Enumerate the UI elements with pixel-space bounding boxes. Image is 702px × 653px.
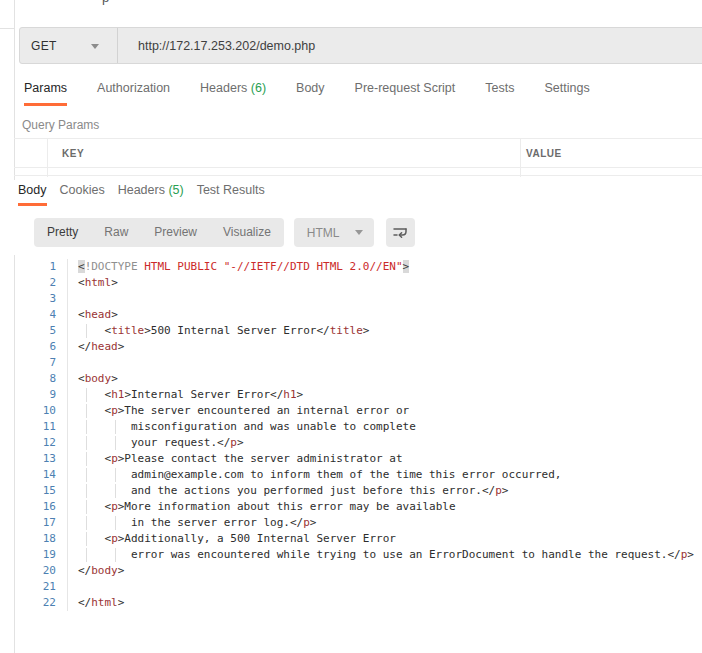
code-line: 12 your request.</p> [0, 435, 702, 451]
code-line: 11 misconfiguration and was unable to co… [0, 419, 702, 435]
code-line: 13 <p>Please contact the server administ… [0, 451, 702, 467]
tab-count-badge: (6) [247, 81, 266, 95]
view-mode-group: PrettyRawPreviewVisualize [34, 218, 284, 247]
request-tab-settings[interactable]: Settings [544, 81, 589, 106]
code-text: <body> [78, 371, 118, 387]
method-dropdown[interactable]: GET [20, 28, 118, 63]
query-params-table: KEY VALUE [14, 138, 702, 177]
line-number: 7 [0, 355, 56, 371]
code-line: 1<!DOCTYPE HTML PUBLIC "-//IETF//DTD HTM… [0, 259, 702, 275]
code-text: <p>More information about this error may… [78, 499, 456, 515]
response-tab-headers[interactable]: Headers (5) [118, 183, 184, 206]
code-text: <p>The server encountered an internal er… [78, 403, 409, 419]
line-number: 21 [0, 579, 56, 595]
line-number: 2 [0, 275, 56, 291]
chevron-down-icon [355, 230, 363, 235]
code-text: </head> [78, 339, 124, 355]
code-text: <head> [78, 307, 118, 323]
request-tabs: ParamsAuthorizationHeaders (6)BodyPre-re… [24, 81, 590, 106]
view-preview-button[interactable]: Preview [141, 218, 210, 247]
tab-label: Tests [485, 81, 514, 95]
format-dropdown[interactable]: HTML [294, 218, 374, 247]
code-line: 22</html> [0, 595, 702, 611]
code-line: 21 [0, 579, 702, 595]
tab-label: Test Results [197, 183, 265, 197]
wrap-text-button[interactable] [386, 218, 415, 247]
code-line: 20</body> [0, 563, 702, 579]
code-text: <title>500 Internal Server Error</title> [78, 323, 369, 339]
request-tab-headers[interactable]: Headers (6) [200, 81, 266, 106]
request-tab-authorization[interactable]: Authorization [97, 81, 170, 106]
code-line: 8<body> [0, 371, 702, 387]
tab-label: Pre-request Script [355, 81, 456, 95]
code-text: </body> [78, 563, 124, 579]
method-label: GET [31, 39, 57, 53]
line-number: 3 [0, 291, 56, 307]
code-line: 4<head> [0, 307, 702, 323]
panel-top-border [0, 28, 14, 29]
view-visualize-button[interactable]: Visualize [210, 218, 284, 247]
code-text: misconfiguration and was unable to compl… [78, 419, 416, 435]
request-tab-tests[interactable]: Tests [485, 81, 514, 106]
view-raw-button[interactable]: Raw [91, 218, 141, 247]
code-line: 10 <p>The server encountered an internal… [0, 403, 702, 419]
code-text: in the server error log.</p> [78, 515, 316, 531]
request-url-bar: GET http://172.17.253.202/demo.php [19, 27, 702, 64]
line-number: 1 [0, 259, 56, 275]
url-input[interactable]: http://172.17.253.202/demo.php [118, 28, 702, 63]
tab-label: Params [24, 81, 67, 95]
line-number: 10 [0, 403, 56, 419]
tab-label: Body [18, 183, 47, 197]
view-pretty-button[interactable]: Pretty [34, 218, 91, 247]
format-label: HTML [307, 226, 340, 240]
response-tab-test-results[interactable]: Test Results [197, 183, 265, 206]
response-body-code-viewer[interactable]: 1<!DOCTYPE HTML PUBLIC "-//IETF//DTD HTM… [0, 259, 702, 611]
response-tab-cookies[interactable]: Cookies [60, 183, 105, 206]
line-number: 22 [0, 595, 56, 611]
line-number: 19 [0, 547, 56, 563]
request-tab-body[interactable]: Body [296, 81, 325, 106]
column-divider [520, 139, 521, 177]
tab-label: Body [296, 81, 325, 95]
code-line: 7 [0, 355, 702, 371]
code-text: error was encountered while trying to us… [78, 547, 694, 563]
value-column-header: VALUE [520, 139, 702, 167]
code-line: 6</head> [0, 339, 702, 355]
code-line: 2<html> [0, 275, 702, 291]
line-number: 12 [0, 435, 56, 451]
line-number: 14 [0, 467, 56, 483]
table-empty-row[interactable] [14, 168, 702, 176]
line-number: 8 [0, 371, 56, 387]
code-line: 3 [0, 291, 702, 307]
code-text: and the actions you performed just befor… [78, 483, 508, 499]
clipped-tab-text: p [96, 0, 116, 6]
request-tab-pre-request-script[interactable]: Pre-request Script [355, 81, 456, 106]
tab-label: Settings [544, 81, 589, 95]
code-line: 9 <h1>Internal Server Error</h1> [0, 387, 702, 403]
column-divider [47, 139, 48, 177]
line-number: 5 [0, 323, 56, 339]
tab-label: Headers [118, 183, 165, 197]
tab-label: Authorization [97, 81, 170, 95]
request-tab-params[interactable]: Params [24, 81, 67, 106]
code-text: your request.</p> [78, 435, 244, 451]
code-line: 14 admin@example.com to inform them of t… [0, 467, 702, 483]
line-number: 18 [0, 531, 56, 547]
code-text: <!DOCTYPE HTML PUBLIC "-//IETF//DTD HTML… [78, 259, 409, 275]
code-text: </html> [78, 595, 124, 611]
line-number: 4 [0, 307, 56, 323]
response-tab-body[interactable]: Body [18, 183, 47, 206]
line-number: 16 [0, 499, 56, 515]
code-line: 5 <title>500 Internal Server Error</titl… [0, 323, 702, 339]
line-number: 15 [0, 483, 56, 499]
tab-label: Cookies [60, 183, 105, 197]
line-number: 6 [0, 339, 56, 355]
line-number: 11 [0, 419, 56, 435]
response-toolbar: PrettyRawPreviewVisualize HTML [34, 218, 415, 247]
chevron-down-icon [91, 44, 99, 49]
checkbox-column-header [14, 139, 47, 167]
key-column-header: KEY [47, 139, 520, 167]
code-line: 15 and the actions you performed just be… [0, 483, 702, 499]
tab-label: Headers [200, 81, 247, 95]
wrap-text-icon [392, 225, 408, 241]
